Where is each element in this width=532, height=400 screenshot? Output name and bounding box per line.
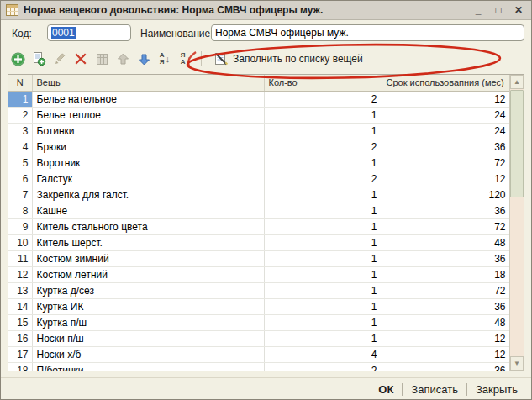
table-row[interactable]: 17 Носки х/б 4 12 [8,346,509,362]
move-up-icon[interactable] [114,50,131,67]
column-header-qty: Кол-во [264,75,382,91]
code-value-selected: 0001 [51,27,76,39]
window-title: Норма вещевого довольствия: Норма СМВЧ о… [24,4,467,16]
close-button[interactable]: Закрыть [467,381,526,398]
code-field[interactable]: 0001 [47,24,131,41]
table-row[interactable]: 10 Китель шерст. 1 48 [8,234,509,250]
column-header-item: Вещь [32,75,264,91]
window-table-icon [6,4,18,16]
close-icon[interactable]: ✕ [513,4,524,16]
vertical-scrollbar[interactable]: ▲ ▼ [509,75,524,371]
table-row[interactable]: 11 Костюм зимний 1 36 [8,250,509,266]
name-label: Наименование: [140,28,213,39]
column-header-n: N [8,75,32,91]
fill-button-label: Заполнить по списку вещей [233,53,363,65]
grid-icon[interactable] [93,50,110,67]
table-row[interactable]: 3 Ботинки 1 24 [8,123,509,139]
dialog-body: Код: 0001 Наименование: Норма СМВЧ офице… [1,20,531,400]
move-down-icon[interactable] [135,50,152,67]
table-row[interactable]: 14 Куртка ИК 1 36 [8,298,509,314]
table-row[interactable]: 12 Костюм летний 1 18 [8,266,509,282]
edit-icon[interactable] [51,50,68,67]
table-body: 1 Белье нательное 2 12 2 Белье теплое 1 … [8,91,509,371]
table-row[interactable]: 5 Воротник 1 72 [8,155,509,171]
toolbar-separator [201,51,202,66]
sort-desc-icon[interactable]: Я А ↓ [177,50,194,67]
table-row[interactable]: 18 П/ботинки 2 36 [8,362,509,371]
table-row[interactable]: 4 Брюки 2 36 [8,139,509,155]
code-label: Код: [12,28,32,39]
table-row[interactable]: 6 Галстук 2 12 [8,171,509,187]
maximize-icon[interactable]: □ [492,4,504,16]
table-row[interactable]: 2 Белье теплое 1 24 [8,107,509,123]
table-grid: N Вещь Кол-во Срок использовапния (мес) … [8,75,509,371]
window-controls: _ □ ✕ [472,4,524,16]
table-row[interactable]: 13 Куртка д/сез 1 72 [8,282,509,298]
table-row[interactable]: 15 Куртка п/ш 1 48 [8,314,509,330]
scrollbar-thumb[interactable] [510,90,524,197]
fill-icon [213,51,229,66]
add-icon[interactable] [9,50,26,67]
save-button[interactable]: Записать [403,381,466,398]
sort-asc-icon[interactable]: А Я ↓ [156,50,173,67]
copy-icon[interactable] [30,50,47,67]
form-row: Код: 0001 Наименование: Норма СМВЧ офице… [1,20,531,45]
fill-by-list-button[interactable]: Заполнить по списку вещей [208,50,368,68]
column-header-term: Срок использовапния (мес) [382,75,509,91]
table-row[interactable]: 7 Закрепка для галст. 1 120 [8,187,509,203]
table-row[interactable]: 9 Китель стального цвета 1 72 [8,218,509,234]
dialog-window: Норма вещевого довольствия: Норма СМВЧ о… [0,0,532,400]
toolbar: А Я ↓ Я А ↓ [1,46,531,71]
table-row[interactable]: 8 Кашне 1 36 [8,203,509,218]
titlebar: Норма вещевого довольствия: Норма СМВЧ о… [1,1,531,20]
items-table: N Вещь Кол-во Срок использовапния (мес) … [8,74,524,371]
minimize-icon[interactable]: _ [472,4,484,16]
scroll-down-icon[interactable]: ▼ [510,356,524,371]
name-field[interactable]: Норма СМВЧ офицеры муж. [211,24,524,41]
table-header-row: N Вещь Кол-во Срок использовапния (мес) [8,75,509,91]
delete-icon[interactable] [72,50,89,67]
table-row[interactable]: 1 Белье нательное 2 12 [8,91,509,107]
ok-button[interactable]: ОК [370,381,402,398]
footer-bar: ОК Записать Закрыть [1,377,531,400]
table-row[interactable]: 16 Носки п/ш 1 12 [8,330,509,346]
scroll-up-icon[interactable]: ▲ [510,75,524,89]
